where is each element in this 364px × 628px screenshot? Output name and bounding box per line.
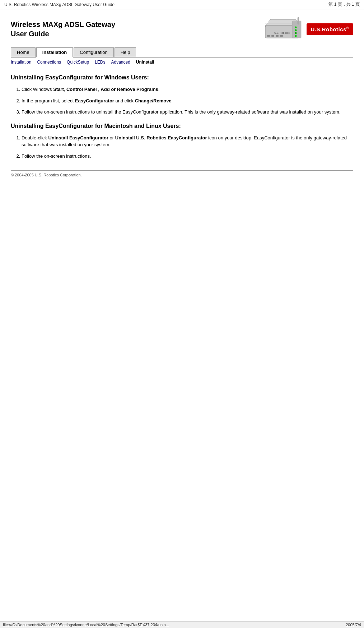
print-header: U.S. Robotics Wireless MAXg ADSL Gateway… <box>0 0 364 9</box>
svg-rect-9 <box>267 35 270 37</box>
svg-text:U.S. Robotics: U.S. Robotics <box>274 32 290 34</box>
browser-date: 2005/7/4 <box>346 623 361 627</box>
svg-rect-12 <box>280 35 283 37</box>
svg-rect-7 <box>298 17 299 24</box>
top-section: Wireless MAXg ADSL Gateway User Guide <box>11 17 353 42</box>
mac-heading: Uninstalling EasyConfigurator for Macint… <box>11 123 353 129</box>
windows-step-1: Click Windows Start, Control Panel , Add… <box>22 86 353 93</box>
usr-logo: U.S.Robotics® <box>307 23 353 35</box>
tab-configuration[interactable]: Configuration <box>74 47 113 57</box>
page-footer: © 2004-2005 U.S. Robotics Corporation. <box>11 170 353 177</box>
windows-heading: Uninstalling EasyConfigurator for Window… <box>11 74 353 81</box>
svg-rect-11 <box>276 35 279 37</box>
subnav-connections[interactable]: Connections <box>37 60 61 65</box>
print-header-right: 第 1 頁，共 1 頁 <box>328 1 360 8</box>
subnav-installation[interactable]: Installation <box>11 60 31 65</box>
title-block: Wireless MAXg ADSL Gateway User Guide <box>11 20 263 38</box>
sub-nav: Installation Connections QuickSetup LEDs… <box>11 57 353 67</box>
mac-steps-list: Double-click Uninstall EasyConfigurator … <box>22 134 353 160</box>
windows-step-3: Follow the on-screen instructions to uni… <box>22 108 353 116</box>
browser-bar: file:///C:/Documents%20and%20Settings/iv… <box>0 621 364 628</box>
subnav-advanced[interactable]: Advanced <box>111 60 130 65</box>
mac-section: Uninstalling EasyConfigurator for Macint… <box>11 123 353 160</box>
logo-router-block: U.S. Robotics U.S.Robotics® <box>263 17 353 42</box>
subnav-quicksetup[interactable]: QuickSetup <box>67 60 89 65</box>
svg-point-3 <box>295 27 297 28</box>
tab-help[interactable]: Help <box>115 47 136 57</box>
svg-rect-10 <box>271 35 274 37</box>
print-header-left: U.S. Robotics Wireless MAXg ADSL Gateway… <box>4 2 115 7</box>
mac-step-2: Follow the on-screen instructions. <box>22 153 353 160</box>
svg-point-6 <box>295 35 297 37</box>
svg-point-5 <box>295 32 297 34</box>
windows-section: Uninstalling EasyConfigurator for Window… <box>11 74 353 116</box>
svg-rect-2 <box>292 21 301 38</box>
subnav-uninstall[interactable]: Uninstall <box>136 60 154 65</box>
windows-steps-list: Click Windows Start, Control Panel , Add… <box>22 86 353 116</box>
tab-home[interactable]: Home <box>11 47 36 57</box>
nav-tabs: Home Installation Configuration Help <box>11 47 353 57</box>
subnav-leds[interactable]: LEDs <box>95 60 105 65</box>
browser-url: file:///C:/Documents%20and%20Settings/iv… <box>3 623 169 627</box>
router-image: U.S. Robotics <box>263 17 303 42</box>
svg-point-4 <box>295 29 297 31</box>
copyright-text: © 2004-2005 U.S. Robotics Corporation. <box>11 173 82 177</box>
mac-step-1: Double-click Uninstall EasyConfigurator … <box>22 134 353 148</box>
windows-step-2: In the program list, select EasyConfigur… <box>22 97 353 105</box>
page-title: Wireless MAXg ADSL Gateway User Guide <box>11 20 263 38</box>
page-content: Wireless MAXg ADSL Gateway User Guide <box>0 9 364 184</box>
tab-installation[interactable]: Installation <box>36 47 73 57</box>
